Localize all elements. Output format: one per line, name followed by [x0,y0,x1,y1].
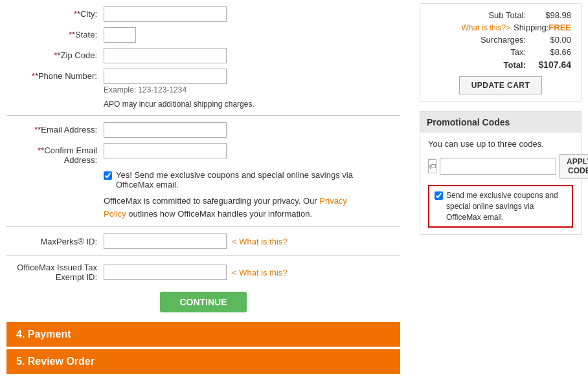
total-value: $107.64 [532,60,571,70]
phone-input[interactable] [104,69,227,84]
confirm-email-label: **Confirm Email Address: [6,143,104,165]
state-row: **State: [6,27,400,43]
subtotal-value: $98.98 [532,10,571,20]
shipping-label: Shipping: [514,23,548,32]
email-checkbox-label: Yes! Send me exclusive coupons and speci… [116,170,356,190]
phone-label: **Phone Number: [6,69,104,81]
tax-exempt-what-link[interactable]: < What is this? [232,268,288,277]
state-label: **State: [6,27,104,39]
city-label: **City: [6,6,104,19]
continue-button[interactable]: CONTINUE [160,292,246,312]
tax-exempt-label: OfficeMax Issued Tax Exempt ID: [6,263,104,282]
email-checkbox-row: Yes! Send me exclusive coupons and speci… [104,170,400,190]
promo-email-checkbox[interactable] [435,191,443,200]
promo-header: Promotional Codes [420,112,581,133]
privacy-note: OfficeMax is committed to safeguarding y… [104,195,350,220]
divider-2 [6,226,400,227]
email-label: **Email Address: [6,122,104,135]
email-row: **Email Address: [6,122,400,138]
total-label: Total: [504,60,526,70]
tax-exempt-row: OfficeMax Issued Tax Exempt ID: < What i… [6,263,400,282]
zip-input[interactable] [104,48,227,63]
zip-row: **Zip Code: [6,48,400,63]
shipping-value: FREE [548,23,571,32]
update-cart-row: UPDATE CART [430,76,571,94]
email-input[interactable] [104,122,227,138]
tax-value: $8.66 [532,47,571,57]
what-is-this-link[interactable]: What is this?> [461,23,510,32]
phone-example: Example: 123-123-1234 [104,85,227,94]
subtotal-label: Sub Total: [488,10,526,20]
maxperks-input[interactable] [104,233,227,249]
apo-note: APO may incur additional shipping charge… [104,100,400,109]
confirm-email-input[interactable] [104,143,227,158]
subtotal-row: Sub Total: $98.98 [430,10,571,20]
payment-section-bar: 4. Payment [6,322,400,347]
continue-row: CONTINUE [6,292,400,312]
promo-code-input[interactable] [440,158,556,175]
surcharges-row: Surcharges: $0.00 [430,35,571,45]
promo-section: Promotional Codes You can use up to thre… [420,111,582,235]
divider-1 [6,115,400,116]
promo-note: You can use up to three codes. [428,139,573,149]
total-row: Total: $107.64 [430,60,571,70]
order-summary: Sub Total: $98.98 What is this?> Shippin… [420,3,582,102]
promo-checkbox-area: Send me exclusive coupons and special on… [428,185,573,228]
city-input[interactable] [104,6,227,22]
maxperks-what-link[interactable]: < What is this? [232,237,288,246]
divider-3 [6,255,400,256]
phone-row: **Phone Number: Example: 123-123-1234 [6,69,400,94]
surcharges-value: $0.00 [532,35,571,45]
city-row: **City: [6,6,400,22]
shipping-row: What is this?> Shipping: FREE [430,23,571,32]
promo-checkbox-label: Send me exclusive coupons and special on… [446,190,567,222]
update-cart-button[interactable]: UPDATE CART [459,76,543,94]
maxperks-label: MaxPerks® ID: [6,237,104,246]
confirm-email-row: **Confirm Email Address: [6,143,400,165]
review-section-bar: 5. Review Order [6,349,400,374]
tax-row: Tax: $8.66 [430,47,571,57]
zip-label: **Zip Code: [6,48,104,60]
promo-input-row: 🏷 APPLY CODE [428,154,573,179]
tax-exempt-input[interactable] [104,265,227,280]
email-checkbox[interactable] [104,171,112,180]
tax-label: Tax: [510,47,526,57]
apply-code-button[interactable]: APPLY CODE [560,154,588,179]
promo-tag-icon: 🏷 [428,159,436,173]
maxperks-row: MaxPerks® ID: < What is this? [6,233,400,249]
surcharges-label: Surcharges: [481,35,526,45]
state-input[interactable] [104,27,136,43]
